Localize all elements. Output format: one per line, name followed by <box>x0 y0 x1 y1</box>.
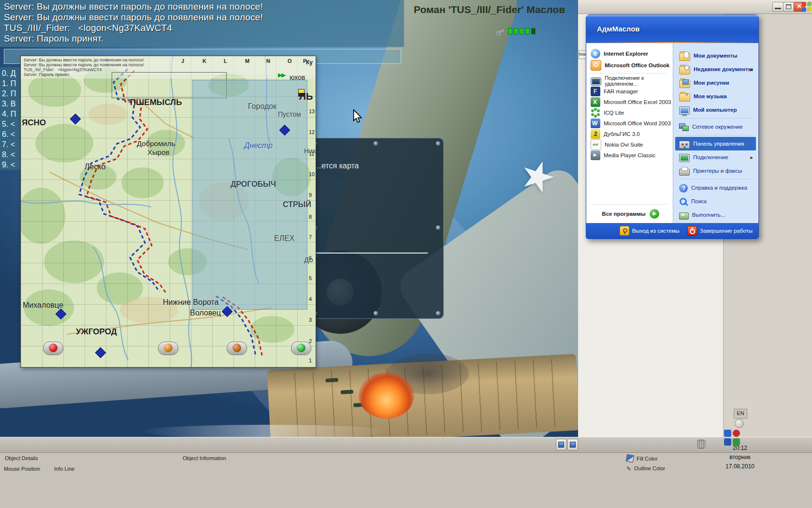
map-town-label: СТРЫЙ <box>283 200 311 209</box>
list-item[interactable]: 3. В <box>2 99 20 109</box>
run-icon <box>679 212 689 220</box>
start-menu-item-recent-documents[interactable]: Недавние документы <box>675 62 756 76</box>
map-grid-number: 4 <box>309 296 312 302</box>
start-menu-item-excel[interactable]: Microsoft Office Excel 2003 <box>589 97 672 107</box>
map-grid-number: 10 <box>309 171 315 177</box>
start-menu-item-my-pictures[interactable]: Мои рисунки <box>675 76 756 90</box>
log-off-button[interactable]: Выход из системы <box>620 226 680 236</box>
map-gauge-button-red[interactable] <box>43 342 63 355</box>
map-town-label: Воловец <box>190 309 221 317</box>
start-menu-item-2gis[interactable]: ДубльГИС 3.0 <box>589 129 672 139</box>
printers-icon <box>679 169 690 176</box>
gauge-knob <box>232 344 241 352</box>
start-menu-item-my-documents[interactable]: Мои документы <box>675 49 756 62</box>
fill-color-control[interactable]: Fill Color <box>626 455 657 462</box>
artwork-deck-plane <box>325 378 338 382</box>
map-town-label: Пустом <box>278 110 301 118</box>
item-label: FAR manager <box>604 89 638 94</box>
flag-yellow <box>807 7 812 12</box>
item-label: Выполнить... <box>692 212 725 218</box>
language-bar-options-button[interactable] <box>735 419 744 428</box>
list-item[interactable]: 6. < <box>2 129 20 139</box>
list-item[interactable]: 2. П <box>2 89 20 99</box>
chat-message: Server: Вы должны ввести пароль до появл… <box>4 1 400 12</box>
list-item[interactable]: 7. < <box>2 139 20 149</box>
outline-color-control[interactable]: Outline Color <box>626 464 665 473</box>
flag-red <box>802 2 806 7</box>
mission-chat-list[interactable]: 0. Д 1. П 2. П 3. В 4. П 5. < 6. < 7. < … <box>0 67 20 170</box>
clock-weekday: вторник <box>723 453 757 462</box>
list-item[interactable]: 4. П <box>2 109 20 119</box>
list-item[interactable]: 8. < <box>2 149 20 160</box>
start-menu-item-word[interactable]: Microsoft Office Word 2003 <box>589 118 672 129</box>
recycle-icon[interactable] <box>697 440 705 448</box>
mouse-cursor <box>352 109 363 124</box>
taskbar-app-button-1[interactable] <box>556 439 566 450</box>
item-label: Подключение <box>693 154 728 160</box>
nokia-ovi-icon <box>591 139 601 150</box>
map-grid-number: 1 <box>309 358 312 363</box>
start-button-windows-logo[interactable] <box>802 1 812 12</box>
map-gauge-button-amber[interactable] <box>158 342 178 355</box>
chat-message: Server: Вы должны ввести пароль до появл… <box>4 12 400 23</box>
start-menu-item-run[interactable]: Выполнить... <box>675 208 756 222</box>
all-programs-arrow-icon <box>650 209 659 219</box>
map-town-label: Михаловце <box>23 301 63 310</box>
list-item[interactable]: 1. П <box>2 78 20 89</box>
tray-icon-1[interactable] <box>724 430 731 437</box>
start-menu-item-connect-to[interactable]: Подключение <box>675 150 756 164</box>
shut-down-button[interactable]: Завершение работы <box>687 226 753 236</box>
briefing-map-window[interactable]: Server: Вы должны ввести пароль до появл… <box>20 56 316 368</box>
start-menu-item-search[interactable]: Поиск <box>675 194 756 208</box>
map-gauge-button-amber-2[interactable] <box>227 342 247 355</box>
list-item[interactable]: 0. Д <box>2 68 20 78</box>
item-label: Microsoft Office Excel 2003 <box>604 99 671 105</box>
restore-button[interactable] <box>783 2 794 12</box>
tray-icon-2[interactable] <box>733 430 740 437</box>
language-indicator[interactable]: EN <box>734 409 747 418</box>
control-panel-icon <box>679 141 690 149</box>
signal-bar <box>531 28 536 34</box>
list-item[interactable]: 5. < <box>2 119 20 129</box>
start-menu-item-nokia-ovi[interactable]: Nokia Ovi Suite <box>589 139 672 150</box>
help-icon <box>679 184 688 193</box>
start-menu-item-control-panel[interactable]: Панель управления <box>675 137 756 150</box>
minimize-button[interactable] <box>772 2 783 12</box>
outlook-icon <box>591 60 601 71</box>
item-label: Мой компьютер <box>693 107 737 113</box>
briefing-panel: …ется карта <box>309 138 444 319</box>
map-grid-letter: M <box>245 58 249 64</box>
map-gauge-button-green[interactable] <box>291 342 311 355</box>
start-menu-item-my-music[interactable]: Моя музыка <box>675 90 756 103</box>
all-programs-button[interactable]: Все программы <box>589 207 672 221</box>
start-menu-item-network-places[interactable]: Сетевое окружение <box>675 120 756 134</box>
item-label: Поиск <box>691 198 707 204</box>
start-menu-item-icq[interactable]: ICQ Lite <box>589 107 672 118</box>
map-town-label: Леско <box>85 163 105 171</box>
chat-message: TUS_/III/_Fider: <logon<Ng37KaWCT4 <box>4 23 400 33</box>
start-menu-item-help-and-support[interactable]: Справка и поддержка <box>675 181 756 194</box>
start-menu-item-internet-explorer[interactable]: Internet Explorer <box>589 48 672 60</box>
outline-color-label: Outline Color <box>634 465 665 471</box>
list-item[interactable]: 9. < <box>2 160 20 170</box>
word-icon <box>591 119 600 128</box>
rivet <box>436 225 440 230</box>
start-menu-item-media-player-classic[interactable]: Media Player Classic <box>589 150 672 161</box>
start-menu-item-outlook[interactable]: Microsoft Office Outlook <box>589 60 672 71</box>
signal-bar <box>520 28 524 34</box>
start-menu-item-remote-desktop[interactable]: Подключение к удаленном... <box>589 75 672 86</box>
taskbar-app-button-2[interactable] <box>567 439 578 450</box>
start-menu-item-printers-and-faxes[interactable]: Принтеры и факсы <box>675 164 756 178</box>
taskbar-clock[interactable]: 20:12 вторник 17.08.2010 <box>723 444 757 471</box>
start-menu-item-far-manager[interactable]: FAR manager <box>589 86 672 97</box>
start-menu-header: АдмМаслов <box>586 15 758 43</box>
map-grid-number: 13 <box>309 108 315 114</box>
flag-blue <box>802 7 806 12</box>
rivet <box>436 311 440 315</box>
map-grid-letter: N <box>266 58 270 64</box>
separator <box>679 179 752 179</box>
item-label: Media Player Classic <box>604 152 655 158</box>
my-music-icon <box>679 93 690 102</box>
start-menu-item-my-computer[interactable]: Мой компьютер <box>675 103 756 117</box>
rivet <box>436 141 440 146</box>
